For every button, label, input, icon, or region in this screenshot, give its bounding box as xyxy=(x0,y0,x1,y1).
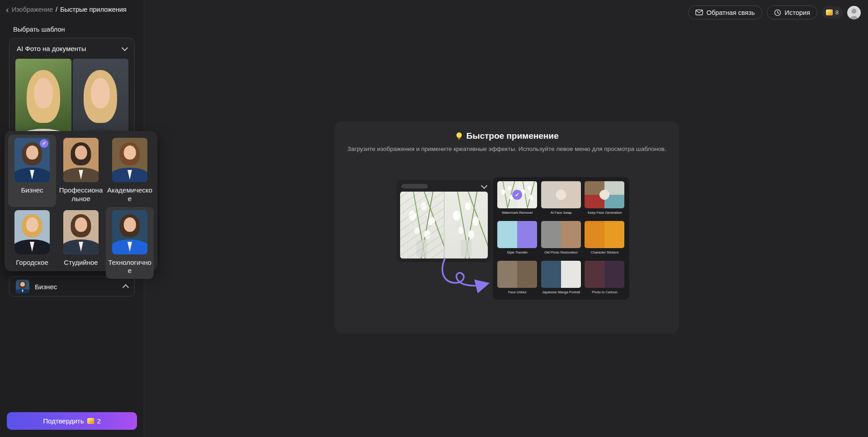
portrait-photo xyxy=(112,210,147,254)
effect-tile-label: Watermark Remover xyxy=(497,211,538,215)
chevron-down-icon xyxy=(122,45,128,51)
template-option-image xyxy=(14,210,50,254)
user-avatar[interactable] xyxy=(847,6,861,19)
confirm-cost: 2 xyxy=(97,417,101,425)
effect-tile-label: Character Stickers xyxy=(585,250,625,254)
demo-image-after xyxy=(444,192,488,258)
portrait-photo xyxy=(14,210,50,254)
panel-title-text: Быстрое применение xyxy=(467,131,559,141)
breadcrumb-separator: / xyxy=(56,6,57,13)
feedback-button-label: Обратная связь xyxy=(707,9,755,16)
template-option[interactable]: Технологичное xyxy=(106,207,154,279)
portrait-photo xyxy=(112,138,147,182)
effect-tile[interactable]: Face Unblur xyxy=(497,261,538,294)
back-icon[interactable]: ‹ xyxy=(6,6,9,13)
bulb-icon xyxy=(455,132,463,141)
template-option[interactable]: ✓Бизнес xyxy=(8,135,56,207)
envelope-icon xyxy=(695,9,703,15)
selected-template-label: Бизнес xyxy=(35,283,118,291)
quick-apply-panel: Быстрое применение Загрузите изображения… xyxy=(335,121,679,334)
effect-tile[interactable]: ✓Watermark Remover xyxy=(497,181,538,215)
effect-tile-image xyxy=(585,261,624,288)
credits-badge[interactable]: 8 xyxy=(822,6,843,19)
template-option-label: Бизнес xyxy=(21,186,43,195)
template-option-label: Профессиональное xyxy=(58,186,104,203)
breadcrumb-current: Быстрые приложения xyxy=(60,6,127,13)
effect-tile-label: AI Face Swap xyxy=(541,211,581,215)
template-option-label: Технологичное xyxy=(107,258,153,276)
effect-tile-label: Style Transfer xyxy=(497,250,538,254)
template-option[interactable]: Академическое xyxy=(106,135,154,207)
effect-tile-image xyxy=(497,261,537,288)
panel-subtitle: Загрузите изображения и примените креати… xyxy=(335,146,679,152)
portrait-photo xyxy=(63,138,99,182)
effect-tile[interactable]: AI Face Swap xyxy=(541,181,581,215)
template-option[interactable]: Студийное xyxy=(57,207,105,279)
demo-card-header[interactable] xyxy=(396,180,491,191)
selected-check-icon: ✓ xyxy=(512,190,522,200)
skeleton-placeholder xyxy=(401,184,428,188)
confirm-button[interactable]: Подтвердить 2 xyxy=(7,412,137,430)
portrait-photo xyxy=(16,280,29,293)
effect-tile[interactable]: Character Stickers xyxy=(585,221,625,254)
breadcrumb-section[interactable]: Изображение xyxy=(12,6,53,13)
demo-before-after-image xyxy=(400,192,488,258)
template-option-image: ✓ xyxy=(14,138,50,182)
template-option-image xyxy=(112,210,147,254)
effect-tile-label: Old Photo Restoration xyxy=(541,250,581,254)
effect-tile-label: Photo to Cartoon xyxy=(585,290,625,294)
face-inset-circle xyxy=(599,190,609,200)
feedback-button[interactable]: Обратная связь xyxy=(688,5,762,19)
effect-tile-image xyxy=(585,181,624,208)
effect-tile[interactable]: Japanese Manga Portrait xyxy=(541,261,581,294)
template-option-label: Академическое xyxy=(107,186,153,203)
selected-template-thumbnail xyxy=(16,280,29,293)
chevron-up-icon xyxy=(123,284,129,291)
template-option-label: Студийное xyxy=(64,258,98,267)
template-option[interactable]: Профессиональное xyxy=(57,135,105,207)
effect-tile-image xyxy=(497,221,537,248)
template-option-image xyxy=(63,210,99,254)
effect-tile-label: Japanese Manga Portrait xyxy=(541,290,581,294)
portrait-photo xyxy=(63,210,99,254)
choose-template-label: Выбрать шаблон xyxy=(13,26,65,33)
guide-arrow xyxy=(438,257,494,294)
template-option-image xyxy=(112,138,147,182)
effect-tile[interactable]: Keep Face Generation xyxy=(585,181,625,215)
effect-tile-image xyxy=(541,221,581,248)
coin-icon xyxy=(826,9,833,15)
history-button[interactable]: История xyxy=(767,5,817,19)
effect-tile-label: Face Unblur xyxy=(497,290,538,294)
history-button-label: История xyxy=(785,9,810,16)
demo-upload-card xyxy=(396,180,491,262)
header-actions: Обратная связь История 8 xyxy=(688,5,861,19)
breadcrumb: ‹ Изображение / Быстрые приложения xyxy=(6,6,127,13)
effect-tile-image xyxy=(541,181,581,208)
confirm-button-label: Подтвердить xyxy=(43,417,84,425)
selected-template-row[interactable]: Бизнес xyxy=(9,277,135,296)
template-options-popup: ✓БизнесПрофессиональноеАкадемическоеГоро… xyxy=(5,131,157,271)
clock-icon xyxy=(774,9,781,16)
chevron-down-icon xyxy=(481,182,487,188)
effect-tile[interactable]: Old Photo Restoration xyxy=(541,221,581,254)
template-category-select[interactable]: AI Фото на документы xyxy=(9,38,134,59)
effect-tile-label: Keep Face Generation xyxy=(585,211,625,215)
credits-count: 8 xyxy=(835,9,839,16)
effect-tile[interactable]: Photo to Cartoon xyxy=(585,261,625,294)
demo-image-before xyxy=(400,192,444,258)
effect-tile-image xyxy=(541,261,581,288)
template-category-value: AI Фото на документы xyxy=(17,45,86,52)
template-option-label: Городское xyxy=(16,258,48,267)
template-option-image xyxy=(63,138,99,182)
effect-tile[interactable]: Style Transfer xyxy=(497,221,538,254)
effect-tile-image xyxy=(585,221,624,248)
effect-tile-image: ✓ xyxy=(497,181,537,208)
selected-check-icon: ✓ xyxy=(40,139,48,148)
face-inset-circle xyxy=(556,190,566,200)
template-option[interactable]: Городское xyxy=(8,207,56,279)
effects-grid: ✓Watermark RemoverAI Face SwapKeep Face … xyxy=(493,177,629,300)
coin-icon xyxy=(87,418,94,424)
panel-title: Быстрое применение xyxy=(335,131,679,141)
